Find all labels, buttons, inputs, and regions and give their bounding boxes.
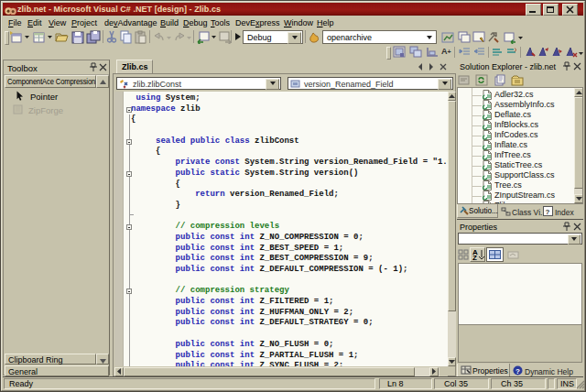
- svg-text:?: ?: [546, 208, 550, 216]
- svg-text:?: ?: [515, 367, 520, 376]
